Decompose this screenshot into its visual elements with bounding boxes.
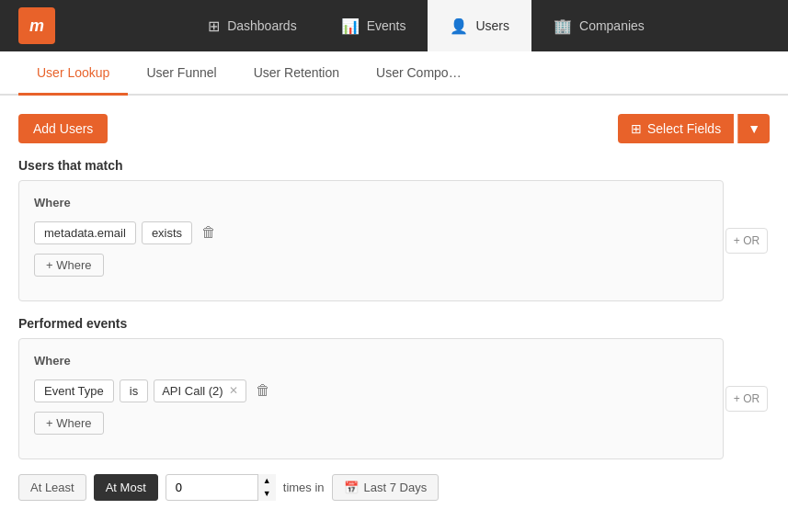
spinner-down-button[interactable]: ▼ — [258, 488, 276, 502]
spinner-up-button[interactable]: ▲ — [258, 474, 276, 488]
more-options-button[interactable]: ▼ — [737, 114, 770, 143]
select-fields-label: Select Fields — [647, 121, 721, 136]
performed-events-add-where-row: + Where — [34, 412, 708, 435]
at-least-button[interactable]: At Least — [18, 474, 86, 501]
times-in-label: times in — [283, 481, 325, 494]
add-where-button-1[interactable]: + Where — [34, 254, 104, 277]
performed-events-filter-box: Where Event Type is API Call (2) ✕ 🗑 + W… — [18, 338, 724, 459]
date-range-label: Last 7 Days — [364, 481, 428, 494]
grid-icon: ⊞ — [631, 121, 642, 136]
tab-label-user-funnel: User Funnel — [146, 65, 216, 80]
filter-field-email[interactable]: metadata.email — [34, 221, 136, 244]
users-match-where-label: Where — [34, 196, 708, 209]
filter-operator-exists[interactable]: exists — [142, 221, 192, 244]
performed-events-or-box: + OR — [724, 338, 770, 459]
toolbar: Add Users ⊞ Select Fields ▼ — [18, 114, 770, 143]
chevron-down-icon: ▼ — [748, 121, 760, 136]
users-match-group: Where metadata.email exists 🗑 + Where + … — [18, 180, 770, 301]
delete-filter-button[interactable]: 🗑 — [198, 221, 220, 244]
sub-navigation: User Lookup User Funnel User Retention U… — [0, 51, 788, 96]
users-icon: 👤 — [450, 17, 468, 35]
logo-letter: m — [29, 17, 44, 36]
main-content: Add Users ⊞ Select Fields ▼ Users that m… — [0, 96, 788, 519]
or-button-1[interactable]: + OR — [725, 228, 768, 254]
tab-user-lookup[interactable]: User Lookup — [18, 51, 128, 96]
logo[interactable]: m — [18, 7, 55, 44]
filter-operator-is[interactable]: is — [120, 379, 148, 402]
events-icon: 📊 — [341, 17, 360, 35]
tab-label-user-lookup: User Lookup — [37, 65, 109, 80]
top-navigation: m ⊞ Dashboards 📊 Events 👤 Users 🏢 Compan… — [0, 0, 788, 51]
filter-value-api-call[interactable]: API Call (2) ✕ — [154, 379, 246, 402]
performed-events-group: Where Event Type is API Call (2) ✕ 🗑 + W… — [18, 338, 770, 459]
nav-item-users[interactable]: 👤 Users — [428, 0, 531, 51]
nav-label-companies: Companies — [579, 18, 645, 33]
calendar-icon: 📅 — [344, 481, 359, 494]
date-range-button[interactable]: 📅 Last 7 Days — [332, 474, 440, 501]
at-most-button[interactable]: At Most — [94, 474, 158, 501]
tab-user-retention[interactable]: User Retention — [235, 51, 358, 96]
performed-events-where-label: Where — [34, 354, 708, 368]
api-call-remove-icon[interactable]: ✕ — [229, 384, 238, 397]
toolbar-right: ⊞ Select Fields ▼ — [618, 114, 770, 143]
tab-label-user-retention: User Retention — [254, 65, 339, 80]
add-where-button-2[interactable]: + Where — [34, 412, 104, 435]
frequency-spinner: ▲ ▼ — [257, 474, 276, 501]
users-match-or-box: + OR — [724, 180, 770, 301]
tab-user-funnel[interactable]: User Funnel — [128, 51, 234, 96]
nav-item-events[interactable]: 📊 Events — [319, 0, 428, 51]
or-button-2[interactable]: + OR — [725, 386, 768, 412]
dashboards-icon: ⊞ — [208, 17, 220, 35]
add-users-button[interactable]: Add Users — [18, 114, 108, 143]
nav-item-dashboards[interactable]: ⊞ Dashboards — [186, 0, 319, 51]
users-match-filter-box: Where metadata.email exists 🗑 + Where — [18, 180, 724, 301]
performed-events-filter-row: Event Type is API Call (2) ✕ 🗑 — [34, 379, 708, 402]
tab-label-user-compo: User Compo… — [376, 65, 462, 80]
nav-item-companies[interactable]: 🏢 Companies — [531, 0, 667, 51]
frequency-row: At Least At Most ▲ ▼ times in 📅 Last 7 D… — [18, 474, 770, 501]
tab-user-compo[interactable]: User Compo… — [358, 51, 480, 96]
frequency-input-wrap: ▲ ▼ — [166, 474, 276, 501]
nav-label-users: Users — [475, 18, 509, 33]
users-match-add-where-row: + Where — [34, 254, 708, 277]
nav-items: ⊞ Dashboards 📊 Events 👤 Users 🏢 Companie… — [83, 0, 770, 51]
select-fields-button[interactable]: ⊞ Select Fields — [618, 114, 734, 143]
performed-events-label: Performed events — [18, 316, 770, 331]
nav-label-dashboards: Dashboards — [227, 18, 297, 33]
delete-event-filter-button[interactable]: 🗑 — [252, 379, 274, 402]
nav-label-events: Events — [367, 18, 406, 33]
users-match-filter-row: metadata.email exists 🗑 — [34, 221, 708, 244]
users-match-label: Users that match — [18, 158, 770, 173]
filter-field-event-type[interactable]: Event Type — [34, 379, 114, 402]
api-call-label: API Call (2) — [162, 384, 223, 398]
companies-icon: 🏢 — [554, 17, 572, 35]
